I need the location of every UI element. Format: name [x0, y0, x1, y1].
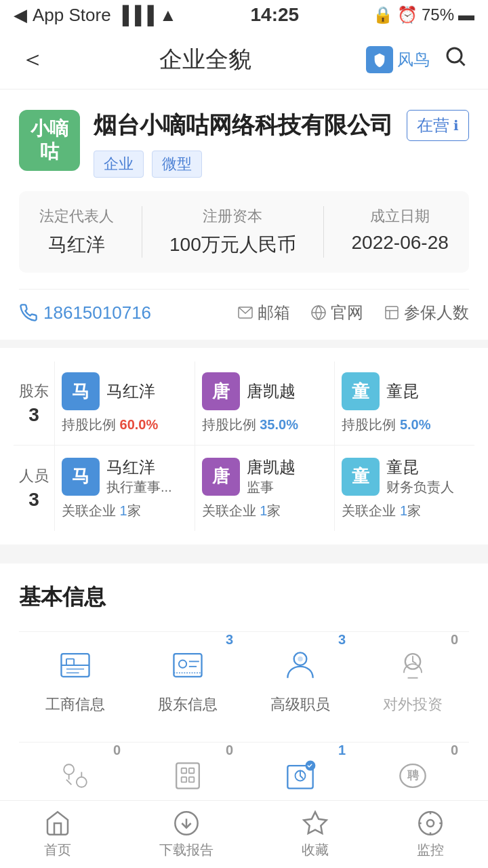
info-label-investment: 对外投资	[383, 694, 443, 715]
staff-label: 人员 3	[14, 446, 54, 531]
company-logo: 小嘀咕	[19, 110, 80, 171]
found-date-value: 2022-06-28	[352, 232, 449, 254]
staff-avatar-ma: 马	[62, 458, 100, 496]
person-row-1: 马 马红洋	[62, 372, 155, 410]
status-right: 🔒 ⏰ 75% ▬	[373, 5, 474, 24]
staff-person-row-1: 马 马红洋 执行董事...	[62, 456, 172, 496]
badge-shareholder: 3	[226, 632, 233, 648]
svg-line-26	[66, 780, 71, 785]
fengbird-logo[interactable]: 风鸟	[366, 46, 430, 73]
shareholder-3[interactable]: 童 童昆 持股比例 5.0%	[334, 361, 474, 445]
info-label-senior: 高级职员	[270, 694, 330, 715]
nav-monitor[interactable]: 监控	[417, 810, 444, 859]
wifi-icon: ▲	[159, 5, 177, 26]
shield-icon	[366, 46, 393, 73]
svg-point-22	[64, 764, 74, 774]
nav-favorite[interactable]: 收藏	[302, 810, 329, 859]
info-item-business[interactable]: 工商信息	[19, 632, 131, 728]
info-item-investment[interactable]: 0 对外投资	[357, 632, 469, 728]
investment-icon	[390, 643, 435, 688]
staff-3[interactable]: 童 童昆 财务负责人 关联企业 1家	[334, 446, 474, 531]
legal-rep-item: 法定代表人 马红洋	[39, 206, 114, 258]
page-title: 企业全貌	[159, 44, 251, 75]
person-name-3: 童昆	[386, 380, 419, 402]
svg-point-41	[427, 820, 434, 827]
shareholder-1[interactable]: 马 马红洋 持股比例 60.0%	[54, 361, 195, 445]
related-count-1: 1	[120, 503, 127, 518]
svg-line-1	[460, 61, 465, 66]
staff-role-3: 财务负责人	[386, 478, 454, 496]
reg-capital-value: 100万元人民币	[169, 232, 296, 258]
staff-role-2: 监事	[247, 478, 296, 496]
related-2: 关联企业 1家	[202, 502, 281, 520]
found-date-item: 成立日期 2022-06-28	[352, 206, 449, 258]
related-1: 关联企业 1家	[62, 502, 141, 520]
info-item-shareholder[interactable]: 3 股东信息	[131, 632, 244, 728]
back-button[interactable]: ＜	[20, 43, 45, 76]
battery-icon: ▬	[458, 5, 474, 24]
badge-investment: 0	[451, 632, 458, 648]
avatar-tang: 唐	[202, 372, 240, 410]
svg-point-14	[179, 660, 186, 668]
website-link[interactable]: 官网	[310, 302, 363, 323]
lock-icon: 🔒	[373, 5, 393, 24]
star-icon	[302, 810, 329, 837]
insured-link[interactable]: 参保人数	[384, 302, 469, 323]
reg-capital-label: 注册资本	[169, 206, 296, 226]
badge-branch: 0	[226, 743, 233, 758]
staff-person-row-2: 唐 唐凯越 监事	[202, 456, 296, 496]
alarm-icon: ⏰	[397, 5, 418, 24]
svg-point-23	[77, 777, 87, 787]
shareholders-count: 3	[28, 404, 39, 426]
related-count-2: 1	[260, 503, 267, 518]
found-date-label: 成立日期	[352, 206, 449, 226]
svg-marker-39	[304, 812, 326, 833]
company-details: 法定代表人 马红洋 注册资本 100万元人民币 成立日期 2022-06-28	[19, 191, 469, 273]
monitor-icon	[417, 810, 444, 837]
share-pct-1: 60.0%	[120, 417, 159, 432]
svg-point-0	[447, 48, 462, 62]
home-icon	[44, 810, 71, 837]
reg-capital-item: 注册资本 100万元人民币	[169, 206, 296, 258]
fengbird-text: 风鸟	[397, 49, 430, 71]
svg-point-19	[298, 656, 302, 661]
person-row-2: 唐 唐凯越	[202, 372, 296, 410]
shareholder-2[interactable]: 唐 唐凯越 持股比例 35.0%	[195, 361, 335, 445]
nav-download[interactable]: 下载报告	[159, 810, 214, 859]
staff-info-1: 马红洋 执行董事...	[106, 456, 172, 496]
download-icon	[173, 810, 200, 837]
back-arrow-status: ◀	[14, 5, 27, 26]
staff-1[interactable]: 马 马红洋 执行董事... 关联企业 1家	[54, 446, 195, 531]
divider2	[323, 206, 324, 258]
phone-contact[interactable]: 18615010716	[19, 302, 237, 323]
share-pct-2: 35.0%	[260, 417, 298, 432]
company-status-badge[interactable]: 在营 ℹ	[407, 110, 469, 141]
company-info: 烟台小嘀咕网络科技有限公司 企业 微型	[94, 110, 393, 178]
bottom-nav: 首页 下载报告 收藏 监控	[0, 800, 488, 868]
svg-rect-30	[182, 777, 186, 782]
signal-icon: ▐▐▐	[117, 5, 154, 26]
staff-info-2: 唐凯越 监事	[247, 456, 296, 496]
badge-senior: 3	[338, 632, 346, 648]
status-text: 在营	[417, 115, 449, 136]
nav-home[interactable]: 首页	[44, 810, 71, 859]
email-link[interactable]: 邮箱	[237, 302, 290, 323]
staff-2[interactable]: 唐 唐凯越 监事 关联企业 1家	[195, 446, 335, 531]
related-count-3: 1	[400, 503, 407, 518]
tag-enterprise: 企业	[94, 151, 144, 178]
staff-name-2: 唐凯越	[247, 456, 296, 478]
shareholders-text: 股东	[19, 381, 49, 401]
search-icon[interactable]	[443, 44, 468, 75]
info-item-senior[interactable]: 3 高级职员	[244, 632, 357, 728]
staff-name-1: 马红洋	[106, 456, 172, 478]
svg-rect-5	[386, 307, 398, 319]
contact-links: 邮箱 官网 参保人数	[237, 302, 469, 323]
nav-favorite-label: 收藏	[302, 841, 329, 859]
svg-rect-28	[182, 768, 186, 773]
related-3: 关联企业 1家	[342, 502, 421, 520]
legal-rep-value: 马红洋	[39, 232, 114, 258]
tag-micro: 微型	[152, 151, 202, 178]
status-bar: ◀ App Store ▐▐▐ ▲ 14:25 🔒 ⏰ 75% ▬	[0, 0, 488, 30]
badge-recruit: 0	[451, 743, 458, 758]
phone-number: 18615010716	[43, 302, 151, 323]
